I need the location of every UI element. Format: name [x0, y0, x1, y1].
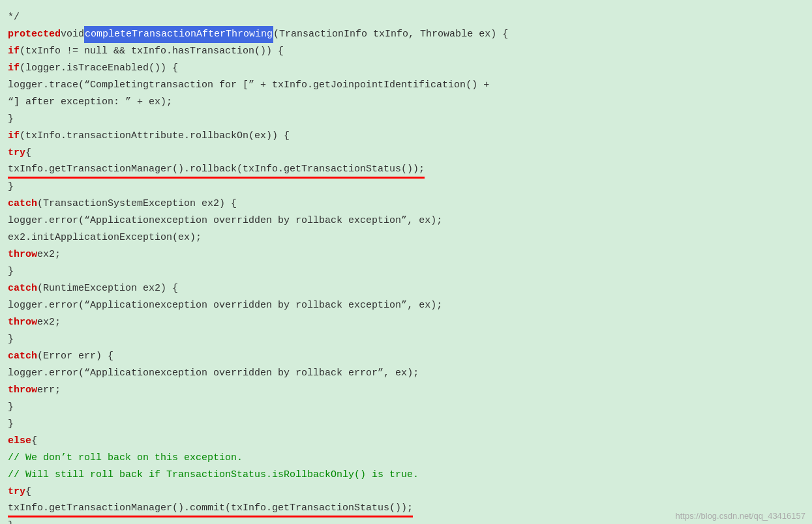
- code-line: if (txInfo != null && txInfo.hasTransact…: [8, 43, 804, 60]
- code-line: }: [8, 399, 804, 416]
- code-line: */: [8, 9, 804, 26]
- code-line: catch (Error err) {: [8, 348, 804, 365]
- code-line: try {: [8, 484, 804, 501]
- code-line: catch (TransactionSystemException ex2) {: [8, 196, 804, 212]
- code-line-rollback: txInfo.getTransactionManager().rollback(…: [8, 162, 804, 179]
- code-line: }: [8, 111, 804, 128]
- code-line: throw err;: [8, 382, 804, 399]
- code-line: catch (RuntimeException ex2) {: [8, 280, 804, 297]
- code-line: logger.error(“Application exception over…: [8, 297, 804, 314]
- code-line: }: [8, 263, 804, 280]
- code-line: throw ex2;: [8, 246, 804, 263]
- code-line: }: [8, 179, 804, 196]
- code-line: else {: [8, 433, 804, 450]
- code-content: */ protected void completeTransactionAft…: [0, 5, 812, 524]
- code-line: throw ex2;: [8, 314, 804, 331]
- code-line-comment: // Will still roll back if TransactionSt…: [8, 467, 804, 484]
- code-line: protected void completeTransactionAfterT…: [8, 26, 804, 43]
- code-viewer: */ protected void completeTransactionAft…: [0, 0, 812, 524]
- code-line: logger.error(“Application exception over…: [8, 212, 804, 229]
- code-line: ex2.initApplicationException(ex);: [8, 229, 804, 246]
- code-line: if (txInfo.transactionAttribute.rollback…: [8, 128, 804, 145]
- code-line: “] after exception: ” + ex);: [8, 94, 804, 111]
- code-line: if (logger.isTraceEnabled()) {: [8, 60, 804, 77]
- code-line: logger.trace(“Completing transaction for…: [8, 77, 804, 94]
- watermark: https://blog.csdn.net/qq_43416157: [676, 511, 806, 521]
- code-line: }: [8, 416, 804, 433]
- code-line: try {: [8, 145, 804, 162]
- code-line-comment: // We don’t roll back on this exception.: [8, 450, 804, 467]
- code-line: logger.error(“Application exception over…: [8, 365, 804, 382]
- code-line: }: [8, 331, 804, 348]
